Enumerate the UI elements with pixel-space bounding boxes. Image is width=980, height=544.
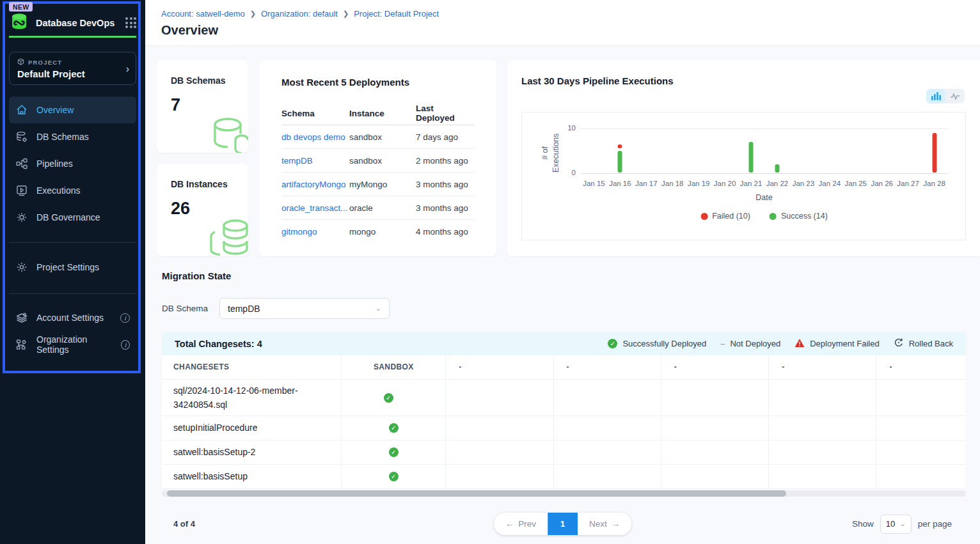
sidebar-item-label: Pipelines [36,159,73,169]
legend-label: Not Deployed [730,339,780,348]
changeset-status-cell: ✓ [342,440,446,464]
sidebar-item-overview[interactable]: Overview [9,97,136,123]
horizontal-scrollbar-thumb[interactable] [167,490,786,497]
x-tick: Jan 16 [609,180,631,187]
table-row: db devops demo sandbox 7 days ago [281,125,474,149]
sidebar-item-pipelines[interactable]: Pipelines [9,150,136,177]
page-number-button[interactable]: 1 [548,513,578,535]
cube-icon [17,58,24,66]
check-circle-icon: ✓ [608,339,617,348]
y-tick-0: 0 [562,169,576,176]
bar-success [618,151,622,173]
sidebar-item-project-settings[interactable]: Project Settings [9,254,136,281]
schema-link[interactable]: oracle_transact... [281,203,349,213]
app-grid-menu-icon[interactable] [125,17,136,28]
app-title: Database DevOps [36,18,119,28]
breadcrumb-account-link[interactable]: Account: satwell-demo [161,9,245,19]
main-content: Account: satwell-demo ❯ Organization: de… [145,0,980,544]
recent-deployments-table: Schema Instance Last Deployed db devops … [281,102,474,244]
table-row: sql/2024-10-14-12-06-member-34240854.sql… [162,379,966,416]
x-tick: Jan 18 [661,180,684,187]
sidebar-item-db-governance[interactable]: DB Governance [9,204,136,231]
schema-link[interactable]: db devops demo [281,132,349,142]
info-icon[interactable]: i [120,313,130,323]
migration-state-title: Migration State [157,270,966,281]
breadcrumb-project-link[interactable]: Project: Default Project [354,9,439,19]
project-name: Default Project [17,68,128,79]
legend-item[interactable]: Success (14) [770,212,828,221]
breadcrumb-separator: ❯ [343,10,349,18]
sidebar-divider [9,293,136,294]
schema-link[interactable]: tempDB [281,156,349,166]
legend-item[interactable]: Failed (10) [700,212,750,221]
changeset-name: satwell:basisSetup [162,464,342,488]
sidebar-item-organization-settings[interactable]: Organization Settings i [9,331,136,358]
changeset-name: sql/2024-10-14-12-06-member-34240854.sql [162,379,342,416]
table-row: tempDB sandbox 2 months ago [281,149,474,173]
last-deployed-cell: 3 months ago [416,203,474,213]
db-instances-count: 26 [171,199,248,219]
x-tick: Jan 26 [871,180,893,187]
recent-deployments-card: Most Recent 5 Deployments Schema Instanc… [259,60,496,256]
info-icon[interactable]: i [121,340,130,350]
column-header-placeholder: - [553,355,661,379]
alert-triangle-icon [794,338,805,350]
schema-link[interactable]: artifactoryMongo [281,180,349,189]
sidebar: NEW Database DevOps PROJECT Default Proj… [0,0,145,544]
changeset-status-cell: ✓ [342,464,446,488]
sidebar-item-label: Overview [36,105,74,115]
breadcrumb: Account: satwell-demo ❯ Organization: de… [161,9,980,19]
sidebar-item-account-settings[interactable]: Account Settings i [9,304,136,331]
x-tick: Jan 25 [844,180,867,187]
horizontal-scrollbar-track[interactable] [162,490,966,497]
bar-failed [618,144,622,148]
column-header-schema: Schema [281,109,349,118]
instance-cell: sandbox [349,156,416,166]
x-tick: Jan 21 [740,180,763,187]
total-changesets-label: Total Changesets: 4 [175,339,262,349]
sidebar-item-executions[interactable]: Executions [9,177,136,204]
x-axis-label: Date [755,193,772,202]
arrow-right-icon: → [612,519,620,529]
sidebar-item-label: DB Governance [36,212,100,222]
pipeline-executions-title: Last 30 Days Pipeline Executions [521,75,966,86]
table-row: gitmongo mongo 4 months ago [281,220,474,244]
line-chart-toggle-icon[interactable] [945,89,965,104]
bar-chart-toggle-icon[interactable] [926,89,945,104]
db-schemas-card: DB Schemas 7 [157,60,248,153]
column-header-placeholder: - [769,355,876,379]
legend-label: Deployment Failed [810,339,879,348]
project-selector[interactable]: PROJECT Default Project › [9,52,136,85]
sidebar-item-db-schemas[interactable]: DB Schemas [9,123,136,150]
sidebar-nav: Overview DB Schemas Pipelines Executions… [9,97,136,358]
breadcrumb-organization-link[interactable]: Organization: default [261,9,338,19]
green-divider [9,36,136,38]
x-tick: Jan 19 [688,180,710,187]
per-page-label: per page [918,519,952,529]
table-row: satwell:basisSetup-2 ✓ [162,440,966,464]
prev-page-button[interactable]: ←Prev [494,513,548,535]
sidebar-divider [9,242,136,243]
recent-deployments-title: Most Recent 5 Deployments [281,77,474,88]
next-label: Next [589,519,607,529]
page-title: Overview [161,23,980,38]
x-axis-line [581,173,947,174]
migration-state-section: Migration State DB Schema tempDB ⌄ Total… [145,256,980,534]
check-circle-icon: ✓ [384,393,393,403]
sidebar-item-label: Organization Settings [36,334,113,355]
chart-type-toggle [926,89,965,104]
breadcrumb-separator: ❯ [250,10,256,18]
column-header-changesets: CHANGESETS [162,355,342,379]
changesets-summary-band: Total Changesets: 4 ✓Successfully Deploy… [162,332,966,355]
x-tick: Jan 22 [766,180,789,187]
schema-link[interactable]: gitmongo [281,227,349,237]
changesets-block: Total Changesets: 4 ✓Successfully Deploy… [162,332,966,489]
x-tick: Jan 17 [635,180,658,187]
page-size-select[interactable]: 10 ⌄ [880,515,912,534]
next-page-button[interactable]: Next→ [578,513,631,535]
bar-failed [932,133,937,173]
page-header: Account: satwell-demo ❯ Organization: de… [145,0,980,46]
check-circle-icon: ✓ [389,423,399,433]
db-schema-select[interactable]: tempDB ⌄ [219,298,390,319]
show-label: Show [852,519,874,529]
